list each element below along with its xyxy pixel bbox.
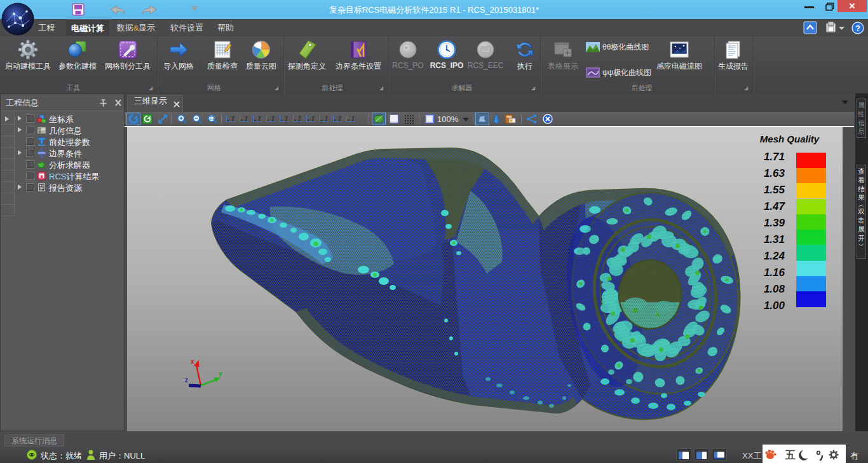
svg-text:?: ? xyxy=(855,24,860,33)
svg-text:y: y xyxy=(219,370,222,377)
svg-text:五: 五 xyxy=(785,450,796,460)
svg-text:z: z xyxy=(185,377,188,384)
svg-text:x: x xyxy=(191,358,194,365)
